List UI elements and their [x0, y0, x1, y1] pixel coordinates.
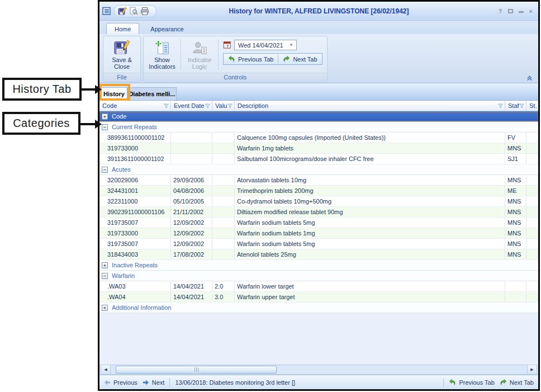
close-button[interactable]: ×: [529, 8, 533, 15]
column-header-staff[interactable]: Staff: [505, 101, 526, 111]
cell-staff: [505, 281, 526, 292]
screenshot-canvas: History Tab Categories: [0, 0, 541, 392]
cell-st: [526, 186, 538, 196]
ribbon-tab-bar: Home Appearance: [99, 21, 538, 34]
collapse-icon[interactable]: −: [102, 273, 108, 279]
category-row[interactable]: +Code: [99, 111, 538, 122]
annotation-history-tab: History Tab: [2, 78, 82, 101]
scrollbar-track[interactable]: [111, 365, 527, 374]
category-label: Code: [112, 111, 126, 121]
cell-code: 319733000: [99, 143, 171, 154]
minimize-button[interactable]: [519, 8, 524, 15]
horizontal-scrollbar[interactable]: ◀ ▶: [101, 365, 537, 375]
cell-st: [526, 249, 538, 260]
table-rows: +Code−Current Repeats38993611000001102Ca…: [99, 111, 538, 313]
cell-description: Atorvastatin tablets 10mg: [235, 175, 505, 186]
filter-icon: [164, 103, 169, 108]
column-header-event-date[interactable]: Event Date: [171, 101, 212, 111]
table-row[interactable]: 32231100005/10/2005Co-dydramol tablets 1…: [99, 196, 538, 207]
previous-button[interactable]: Previous: [104, 379, 137, 386]
cell-code: 38993611000001102: [99, 133, 171, 143]
tab-diabetes[interactable]: Diabetes melli...: [127, 87, 177, 100]
cell-staff: MNS: [505, 196, 526, 207]
table-row[interactable]: 38993611000001102Calquence 100mg capsule…: [99, 133, 538, 143]
cell-event-date: 12/09/2002: [171, 218, 212, 228]
cell-st: [526, 218, 538, 228]
cell-staff: MNS: [505, 228, 526, 239]
cell-value: 3.0: [212, 292, 235, 303]
category-row[interactable]: +Additional Information: [99, 303, 538, 313]
tab-history[interactable]: History: [101, 87, 127, 100]
table-row[interactable]: .WA0314/04/20212.0Warfarin lower target: [99, 281, 538, 292]
app-menu-icon[interactable]: [102, 7, 111, 16]
category-row[interactable]: −Current Repeats: [99, 122, 538, 133]
print-icon[interactable]: [140, 7, 149, 16]
window-controls: ? ×: [499, 8, 538, 15]
column-header-value[interactable]: Value: [212, 101, 235, 111]
status-previous-tab-button[interactable]: Previous Tab: [449, 379, 494, 386]
date-picker[interactable]: Wed 14/04/2021 ▼: [234, 40, 297, 50]
category-label: Acutes: [112, 164, 131, 174]
next-button[interactable]: Next: [143, 379, 165, 386]
cell-description: Warfarin lower target: [235, 281, 505, 292]
cell-st: [526, 292, 538, 303]
previous-tab-button[interactable]: Previous Tab: [224, 54, 278, 64]
show-indicators-button[interactable]: Show Indicators: [145, 37, 179, 72]
cell-staff: MNS: [505, 175, 526, 186]
filter-icon: [519, 103, 524, 108]
cell-staff: MNS: [505, 239, 526, 249]
cell-st: [526, 281, 538, 292]
table-row[interactable]: .WA0414/04/20213.0Warfarin upper target: [99, 292, 538, 303]
table-row[interactable]: 31973500712/09/2002Warfarin sodium table…: [99, 218, 538, 228]
category-row[interactable]: −Warfarin: [99, 271, 538, 281]
table-row[interactable]: 32443100104/08/2006Trimethoprim tablets …: [99, 186, 538, 196]
table-row[interactable]: 31973300012/09/2002Warfarin sodium table…: [99, 228, 538, 239]
expand-icon[interactable]: +: [102, 262, 108, 268]
table-row[interactable]: 31843400317/08/2002Atenolol tablets 25mg…: [99, 249, 538, 260]
dropdown-arrow-icon[interactable]: ▼: [286, 40, 296, 50]
cell-event-date: 17/08/2002: [171, 249, 212, 260]
show-indicators-label: Show Indicators: [145, 56, 179, 70]
scroll-left-arrow[interactable]: ◀: [101, 365, 111, 374]
ribbon-tab-home[interactable]: Home: [106, 23, 139, 34]
save-close-button[interactable]: Save & Close: [105, 37, 139, 72]
column-header-code[interactable]: Code: [99, 101, 171, 111]
scroll-right-arrow[interactable]: ▶: [527, 365, 537, 374]
cell-value: [212, 207, 235, 218]
scrollbar-thumb[interactable]: [116, 366, 277, 374]
table-header: Code Event Date Value Description Staff: [99, 101, 538, 111]
collapse-ribbon-button[interactable]: [526, 75, 533, 81]
table-row[interactable]: 3902391100000110621/11/2002Diltiazem mod…: [99, 207, 538, 218]
ribbon: Save & Close File Show Indicators: [99, 34, 538, 83]
next-tab-icon: [283, 55, 290, 63]
ribbon-tab-appearance[interactable]: Appearance: [143, 23, 191, 34]
expand-icon[interactable]: +: [102, 305, 108, 311]
column-header-description[interactable]: Description: [235, 101, 505, 111]
help-button[interactable]: ?: [499, 8, 502, 15]
window-title: History for WINTER, ALFRED LIVINGSTONE […: [99, 7, 538, 15]
column-header-st[interactable]: St.: [526, 101, 538, 111]
annotation-arrow-history: [82, 85, 102, 94]
cell-event-date: 05/10/2005: [171, 196, 212, 207]
table-row[interactable]: 31973500712/09/2002Warfarin sodium table…: [99, 239, 538, 249]
category-row[interactable]: −Acutes: [99, 164, 538, 175]
table-row[interactable]: 39113611000001102Salbutamol 100microgram…: [99, 154, 538, 164]
cell-value: [212, 218, 235, 228]
collapse-icon[interactable]: −: [102, 124, 108, 130]
print-preview-icon[interactable]: [129, 7, 138, 16]
cell-code: 320029006: [99, 175, 171, 186]
indicator-logic-button[interactable]: Indicator Logic: [182, 37, 217, 72]
next-tab-button[interactable]: Next Tab: [278, 54, 321, 64]
category-label: Additional Information: [112, 303, 171, 313]
save-icon[interactable]: [118, 7, 127, 16]
category-row[interactable]: +Inactive Repeats: [99, 260, 538, 271]
status-bar: Previous Next 13/06/2018: Diabetes monit…: [99, 375, 538, 389]
restore-button[interactable]: [508, 8, 513, 15]
collapse-icon[interactable]: −: [102, 167, 108, 173]
cell-code: .WA03: [99, 281, 171, 292]
table-row[interactable]: 32002900629/09/2006Atorvastatin tablets …: [99, 175, 538, 186]
table-row[interactable]: 319733000Warfarin 1mg tabletsMNS: [99, 143, 538, 154]
expand-icon[interactable]: +: [102, 114, 108, 120]
status-next-tab-button[interactable]: Next Tab: [500, 379, 534, 386]
ribbon-group-file-label: File: [103, 73, 140, 82]
